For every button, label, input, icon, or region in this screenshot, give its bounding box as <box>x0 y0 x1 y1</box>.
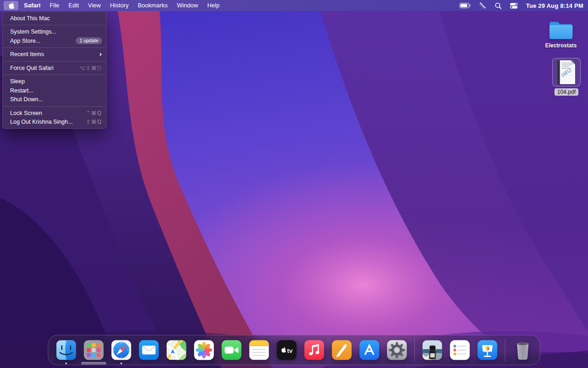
apple-menu-dropdown: About This Mac System Settings... App St… <box>2 12 107 129</box>
menu-item-recent-items[interactable]: Recent Items › <box>3 50 106 59</box>
dock-item-system-settings[interactable] <box>386 339 407 361</box>
menu-help[interactable]: Help <box>203 0 224 11</box>
dock-item-mail[interactable] <box>138 339 159 361</box>
dock-item-keynote[interactable] <box>477 339 498 361</box>
menu-separator <box>3 25 106 25</box>
update-count-badge: 1 update <box>76 37 102 44</box>
shortcut-log-out: ⇧⌘Q <box>86 119 102 125</box>
apple-tv-icon: tv <box>276 339 297 361</box>
dock-item-app-store[interactable] <box>359 339 380 361</box>
menu-file[interactable]: File <box>45 0 64 11</box>
dock-divider <box>505 339 505 362</box>
menu-bar-clock[interactable]: Tue 29 Aug 8:14 PM <box>526 2 583 9</box>
menu-item-app-store[interactable]: App Store... 1 update <box>3 36 106 46</box>
dock-divider <box>414 339 415 362</box>
app-store-icon <box>359 339 380 361</box>
desktop-icon-electrostats[interactable]: Electrostats <box>543 19 578 49</box>
menu-app-name[interactable]: Safari <box>19 0 45 11</box>
menu-separator <box>3 61 106 62</box>
dock-item-pages[interactable] <box>331 339 352 361</box>
menu-item-restart[interactable]: Restart... <box>3 86 106 95</box>
folder-icon <box>548 19 574 40</box>
page-fold-cut <box>571 60 575 64</box>
dock-item-photos[interactable] <box>193 339 215 361</box>
menu-separator <box>3 106 106 107</box>
menu-item-lock-screen[interactable]: Lock Screen ⌃⌘Q <box>3 109 106 118</box>
wifi-off-icon[interactable] <box>479 2 486 9</box>
running-indicator <box>65 362 67 364</box>
selection-highlight: IMU <box>552 58 581 86</box>
safari-icon <box>111 339 132 361</box>
menu-bookmarks[interactable]: Bookmarks <box>133 0 172 11</box>
facetime-icon <box>221 339 242 361</box>
menu-item-shut-down[interactable]: Shut Down... <box>3 95 106 104</box>
system-settings-icon <box>386 339 407 361</box>
menu-item-log-out[interactable]: Log Out Krishna Singh... ⇧⌘Q <box>3 118 106 127</box>
ink-bottle-photo-icon <box>422 339 443 361</box>
dock-item-facetime[interactable] <box>221 339 242 361</box>
apple-icon <box>8 2 14 9</box>
pdf-preview-thumbnail: IMU <box>558 60 575 84</box>
dock-item-reminders[interactable] <box>449 339 470 361</box>
pdf-spine <box>558 60 560 84</box>
menu-item-force-quit[interactable]: Force Quit Safari ⌥⇧⌘⎋ <box>3 63 106 73</box>
photos-icon <box>193 339 215 361</box>
pages-icon <box>331 339 352 361</box>
menu-item-about-this-mac[interactable]: About This Mac <box>3 14 106 23</box>
menu-view[interactable]: View <box>84 0 106 11</box>
menu-item-sleep[interactable]: Sleep <box>3 77 106 86</box>
dock-item-safari[interactable] <box>111 339 132 361</box>
menu-separator <box>3 75 106 75</box>
submenu-chevron-icon: › <box>99 51 102 58</box>
finder-icon <box>56 339 77 361</box>
battery-icon[interactable] <box>459 3 471 8</box>
music-icon <box>304 339 325 361</box>
control-center-icon[interactable] <box>510 3 518 9</box>
shortcut-force-quit: ⌥⇧⌘⎋ <box>79 65 102 71</box>
dock-item-notes[interactable] <box>249 339 270 361</box>
search-icon[interactable] <box>495 2 502 9</box>
desktop-icon-label: Electrostats <box>543 42 578 49</box>
dock: tv <box>48 335 540 365</box>
dock-item-trash[interactable] <box>512 339 533 361</box>
dock-item-recent-photo[interactable] <box>422 339 443 361</box>
running-indicator <box>120 362 122 364</box>
dock-item-music[interactable] <box>304 339 325 361</box>
notes-icon <box>249 339 270 361</box>
menu-item-system-settings[interactable]: System Settings... <box>3 28 106 37</box>
reminders-icon <box>449 339 470 361</box>
menu-separator <box>3 47 106 48</box>
menu-window[interactable]: Window <box>172 0 203 11</box>
trash-icon <box>512 339 533 361</box>
shortcut-lock-screen: ⌃⌘Q <box>86 110 102 116</box>
menu-edit[interactable]: Edit <box>64 0 83 11</box>
tv-label: tv <box>287 347 293 354</box>
dock-item-launchpad[interactable] <box>83 339 104 361</box>
launchpad-icon <box>83 339 104 361</box>
menu-history[interactable]: History <box>105 0 133 11</box>
desktop-screen: Safari File Edit View History Bookmarks … <box>0 0 588 368</box>
menu-bar: Safari File Edit View History Bookmarks … <box>0 0 588 11</box>
dock-item-finder[interactable] <box>56 339 77 361</box>
apple-menu-button[interactable] <box>4 1 18 10</box>
dock-indicator-bar <box>81 362 106 364</box>
mail-icon <box>138 339 159 361</box>
maps-icon <box>166 339 187 361</box>
desktop-icon-label: 104.pdf <box>554 88 578 96</box>
dock-item-tv[interactable]: tv <box>276 339 297 361</box>
keynote-icon <box>477 339 498 361</box>
dock-item-maps[interactable] <box>166 339 187 361</box>
desktop-icon-104-pdf[interactable]: IMU 104.pdf <box>550 58 583 96</box>
